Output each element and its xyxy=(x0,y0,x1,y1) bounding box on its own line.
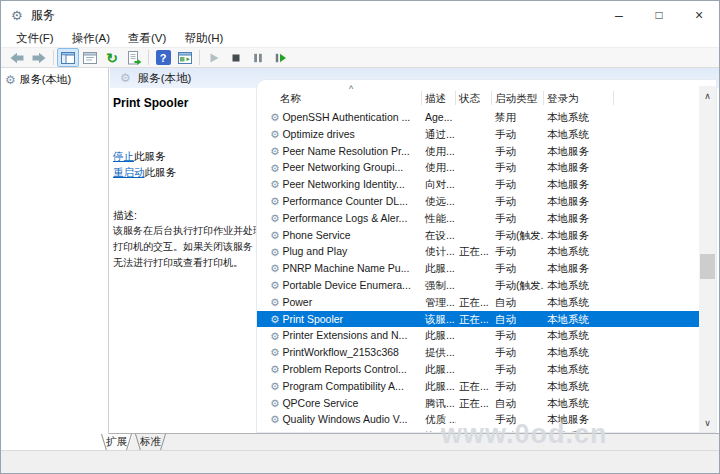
service-gear-icon: ⚙ xyxy=(270,331,279,342)
tab-extended-label: 扩展 xyxy=(100,434,133,450)
table-row[interactable]: ⚙OpenSSH Authentication ...Age...禁用本地系统 xyxy=(257,109,699,126)
cell-logon-as: 本地系统 xyxy=(544,126,614,143)
export-list-button[interactable] xyxy=(123,48,145,67)
stop-service-link[interactable]: 停止 xyxy=(113,150,134,162)
table-row[interactable]: ⚙Optimize drives通过...手动本地系统 xyxy=(257,126,699,143)
menu-action[interactable]: 操作(A) xyxy=(63,29,119,48)
start-service-button[interactable] xyxy=(203,48,225,67)
stop-service-button[interactable] xyxy=(225,48,247,67)
minimize-button[interactable]: – xyxy=(599,1,639,29)
menu-help[interactable]: 帮助(H) xyxy=(175,29,232,48)
properties-button[interactable] xyxy=(79,48,101,67)
table-row[interactable]: ⚙Plug and Play使计...正在...手动本地系统 xyxy=(257,243,699,260)
service-gear-icon: ⚙ xyxy=(270,230,279,241)
table-row[interactable]: ⚙Quality Windows Audio V...优质 ...手动本地服务 xyxy=(257,411,699,428)
cell-service-name: ⚙Program Compatibility A... xyxy=(257,378,422,395)
cell-startup-type: 手动 xyxy=(492,210,544,227)
help-icon: ? xyxy=(156,50,171,65)
table-row[interactable]: ⚙PNRP Machine Name Pu...此服...手动本地服务 xyxy=(257,260,699,277)
cell-startup-type: 自动 xyxy=(492,294,544,311)
column-header-name[interactable]: 名称 xyxy=(257,90,422,106)
selected-service-title: Print Spooler xyxy=(113,96,188,110)
tab-standard[interactable]: 标准 xyxy=(134,434,167,450)
restart-service-button[interactable] xyxy=(269,48,291,67)
restart-service-line: 重启动此服务 xyxy=(113,165,176,181)
tab-extended[interactable]: 扩展 xyxy=(100,434,133,450)
service-gear-icon: ⚙ xyxy=(270,247,279,258)
cell-service-name: ⚙Printer Extensions and N... xyxy=(257,327,422,344)
cell-startup-type: 手动 xyxy=(492,176,544,193)
extended-view-button[interactable] xyxy=(174,48,196,67)
scroll-down-button[interactable]: ∨ xyxy=(699,415,716,431)
column-header-description[interactable]: 描述 xyxy=(422,90,456,106)
table-row[interactable]: ⚙QPCore Service腾讯...正在...自动本地系统 xyxy=(257,395,699,412)
stop-link-suffix: 此服务 xyxy=(134,150,166,162)
show-console-tree-button[interactable] xyxy=(57,48,79,67)
cell-logon-as: 本地服务 xyxy=(544,159,614,176)
column-header-logon-as[interactable]: 登录为 xyxy=(544,90,614,106)
column-header-status[interactable]: 状态 xyxy=(456,90,492,106)
service-gear-icon: ⚙ xyxy=(270,364,279,375)
services-rows: ⚙OpenSSH Authentication ...Age...禁用本地系统⚙… xyxy=(257,109,699,432)
service-name-text: Printer Extensions and N... xyxy=(282,327,407,344)
refresh-button[interactable]: ↻ xyxy=(101,48,123,67)
tab-standard-label: 标准 xyxy=(134,434,167,450)
restart-service-link[interactable]: 重启动 xyxy=(113,166,145,178)
menu-view[interactable]: 查看(V) xyxy=(119,29,175,48)
maximize-button[interactable]: □ xyxy=(639,1,679,29)
table-row[interactable]: ⚙Peer Networking Identity...向对...手动本地服务 xyxy=(257,176,699,193)
tree-item-services-local[interactable]: ⚙ 服务(本地) xyxy=(1,68,108,90)
stop-icon xyxy=(228,50,244,66)
cell-description: 使远... xyxy=(422,193,456,210)
table-row[interactable]: ⚙Printer Extensions and N...此服...手动本地系统 xyxy=(257,327,699,344)
cell-service-name: ⚙Performance Logs & Aler... xyxy=(257,210,422,227)
scrollbar-thumb[interactable] xyxy=(700,254,715,279)
table-row[interactable]: ⚙Power管理...正在...自动本地系统 xyxy=(257,294,699,311)
service-name-text: PrintWorkflow_2153c368 xyxy=(282,344,399,361)
pause-service-button[interactable] xyxy=(247,48,269,67)
table-row[interactable]: ⚙Portable Device Enumera...强制...手动(触发...… xyxy=(257,277,699,294)
header-gear-icon: ⚙ xyxy=(120,72,131,84)
table-row[interactable]: ⚙Print Spooler该服...正在...自动本地系统 xyxy=(257,311,699,328)
table-row[interactable]: ⚙Program Compatibility A...此服...正在...手动本… xyxy=(257,378,699,395)
service-name-text: Problem Reports Control... xyxy=(282,361,406,378)
cell-status: 正在... xyxy=(456,294,492,311)
service-gear-icon: ⚙ xyxy=(270,347,279,358)
table-row[interactable]: ⚙Quick See Images Helpe...快速...正在...自动本地… xyxy=(257,428,699,432)
column-header-startup-type[interactable]: 启动类型 xyxy=(492,90,544,106)
service-action-links: 停止此服务 重启动此服务 xyxy=(113,149,176,180)
service-name-text: QPCore Service xyxy=(282,395,358,412)
help-button[interactable]: ? xyxy=(152,48,174,67)
back-button[interactable] xyxy=(6,48,28,67)
cell-startup-type: 手动(触发... xyxy=(492,277,544,294)
table-row[interactable]: ⚙Problem Reports Control...此服...手动本地系统 xyxy=(257,361,699,378)
arrow-left-icon xyxy=(9,50,25,66)
cell-logon-as: 本地服务 xyxy=(544,210,614,227)
table-row[interactable]: ⚙Performance Logs & Aler...性能...手动本地服务 xyxy=(257,210,699,227)
scroll-up-button[interactable]: ∧ xyxy=(699,88,716,104)
cell-startup-type: 禁用 xyxy=(492,109,544,126)
cell-description: 管理... xyxy=(422,294,456,311)
cell-status: 正在... xyxy=(456,378,492,395)
cell-service-name: ⚙Peer Networking Groupi... xyxy=(257,159,422,176)
forward-button[interactable] xyxy=(28,48,50,67)
service-name-text: Plug and Play xyxy=(282,243,347,260)
cell-startup-type: 手动 xyxy=(492,411,544,428)
cell-description: 此服... xyxy=(422,361,456,378)
menu-file[interactable]: 文件(F) xyxy=(7,29,63,48)
table-row[interactable]: ⚙Peer Networking Groupi...使用...手动本地服务 xyxy=(257,159,699,176)
cell-description: 此服... xyxy=(422,260,456,277)
close-button[interactable]: × xyxy=(679,1,719,29)
table-row[interactable]: ⚙Peer Name Resolution Pr...使用...手动本地服务 xyxy=(257,143,699,160)
table-row[interactable]: ⚙PrintWorkflow_2153c368提供...手动本地系统 xyxy=(257,344,699,361)
description-text: 该服务在后台执行打印作业并处理与打印机的交互。如果关闭该服务，则无法进行打印或查… xyxy=(113,223,274,271)
table-row[interactable]: ⚙Performance Counter DL...使远...手动本地服务 xyxy=(257,193,699,210)
cell-logon-as: 本地系统 xyxy=(544,109,614,126)
cell-service-name: ⚙QPCore Service xyxy=(257,395,422,412)
cell-startup-type: 手动 xyxy=(492,344,544,361)
table-row[interactable]: ⚙Phone Service在设...手动(触发...本地服务 xyxy=(257,227,699,244)
cell-logon-as: 本地系统 xyxy=(544,294,614,311)
cell-logon-as: 本地服务 xyxy=(544,260,614,277)
cell-logon-as: 本地服务 xyxy=(544,143,614,160)
vertical-scrollbar[interactable]: ∧ ∨ xyxy=(699,86,716,432)
